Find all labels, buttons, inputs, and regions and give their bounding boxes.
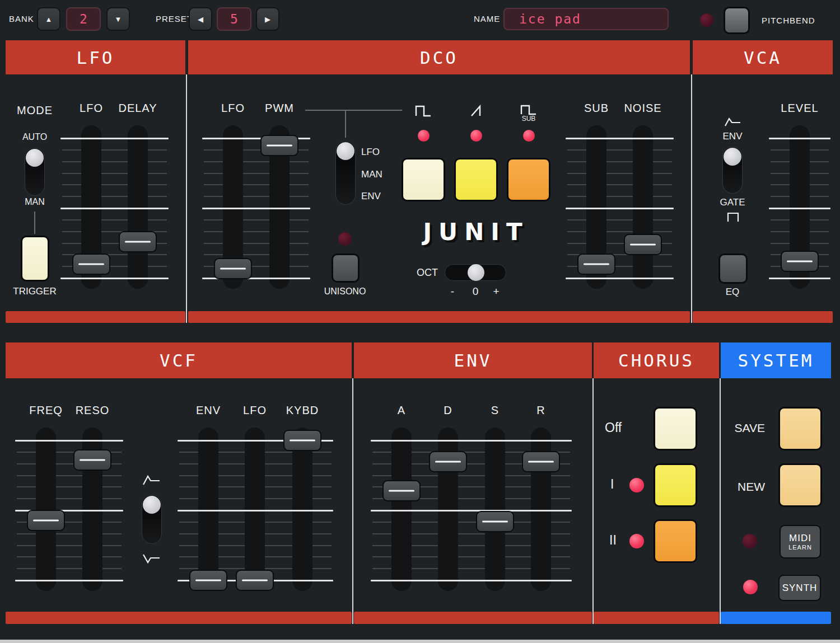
slider-handle[interactable] [72, 254, 110, 275]
slider-label: DELAY [107, 102, 169, 115]
lfo-mode-auto-label: AUTO [7, 132, 63, 142]
slider-handle[interactable] [781, 251, 819, 272]
synth-led [743, 580, 758, 594]
chorus-section-footer [594, 612, 719, 624]
slider-tick [612, 208, 674, 209]
slider-tick [769, 208, 830, 209]
slider-tick [107, 208, 169, 209]
vca-mode-gate-label: GATE [704, 197, 760, 208]
lfo-section-footer [6, 311, 185, 323]
chorus-1-button[interactable] [654, 463, 697, 507]
lfo-section-header: LFO [6, 40, 185, 74]
vcf-env-polarity-toggle[interactable] [142, 495, 162, 544]
preset-next-button[interactable]: ▶ [256, 7, 279, 31]
slider-handle[interactable] [429, 451, 467, 472]
slider-tick [612, 138, 674, 139]
midi-learn-led [743, 534, 757, 548]
preset-value: 5 [217, 7, 251, 31]
save-button[interactable] [778, 407, 822, 450]
slider-tick [272, 580, 333, 581]
slider-handle[interactable] [624, 234, 662, 255]
slider-handle[interactable] [189, 570, 227, 591]
envelope-negative-icon [142, 553, 161, 564]
lfo-delay-slider[interactable]: DELAY [107, 122, 169, 292]
dco-noise-slider[interactable]: NOISE [612, 122, 674, 292]
slider-handle[interactable] [476, 511, 514, 532]
pulse-wave-button[interactable] [402, 158, 445, 201]
chorus-2-button[interactable] [654, 519, 697, 563]
midi-learn-button-line2: LEARN [788, 544, 812, 551]
slider-handle[interactable] [283, 430, 321, 451]
sub-wave-led [523, 130, 535, 142]
midi-learn-button[interactable]: MIDI LEARN [780, 525, 821, 558]
slider-label: NOISE [612, 102, 674, 115]
unisono-button[interactable] [332, 254, 360, 283]
envelope-positive-icon [142, 475, 161, 486]
slider-label: RESO [62, 404, 123, 417]
lfo-mode-label: MODE [7, 104, 63, 117]
pwm-mode-selector[interactable] [335, 141, 356, 205]
slider-handle[interactable] [577, 254, 615, 275]
oct-plus-label: + [491, 285, 502, 298]
synth-button-label: SYNTH [782, 583, 818, 594]
slider-handle[interactable] [522, 451, 560, 472]
lfo-trigger-button[interactable] [21, 236, 49, 281]
slider-handle[interactable] [119, 231, 157, 252]
bank-down-button[interactable]: ▼ [106, 7, 130, 31]
vcf-section-header: VCF [6, 342, 352, 378]
env-release-slider[interactable]: R [510, 424, 572, 594]
oct-zero-label: 0 [470, 285, 481, 298]
junit-logo: JUNIT [392, 218, 560, 246]
oct-minus-label: - [447, 285, 458, 298]
chorus-1-label: I [610, 477, 627, 492]
vca-mode-env-label: ENV [704, 131, 760, 142]
slider-handle[interactable] [27, 510, 65, 531]
pulse-wave-led [418, 130, 430, 142]
chorus-section-header: CHORUS [594, 342, 719, 378]
bank-up-button[interactable]: ▲ [37, 7, 60, 31]
vcf-section-footer [6, 612, 352, 624]
dco-pwm-slider[interactable]: PWM [249, 122, 310, 292]
envelope-icon [724, 117, 742, 127]
toggle-knob[interactable] [724, 148, 741, 166]
bank-value: 2 [66, 7, 101, 31]
new-button[interactable] [778, 463, 822, 507]
vcf-reso-slider[interactable]: RESO [62, 424, 123, 594]
toggle-knob[interactable] [26, 149, 44, 167]
synth-button[interactable]: SYNTH [778, 575, 821, 601]
vcf-kybd-slider[interactable]: KYBD [272, 424, 333, 594]
lfo-mode-man-label: MAN [7, 197, 63, 207]
slider-handle[interactable] [382, 480, 421, 501]
eq-button[interactable] [718, 254, 748, 284]
slider-handle[interactable] [260, 135, 298, 156]
vca-section-header: VCA [693, 40, 833, 74]
saw-wave-led [470, 130, 482, 142]
save-label: SAVE [728, 421, 765, 435]
pitchbend-button[interactable] [724, 7, 750, 34]
slider-handle[interactable] [214, 258, 252, 279]
pwm-mode-option-env: ENV [361, 191, 395, 202]
slider-handle[interactable] [236, 570, 274, 591]
slider-tick [62, 580, 123, 581]
oct-slider-knob[interactable] [468, 264, 484, 281]
oct-slider[interactable] [445, 264, 506, 281]
gate-icon [726, 211, 740, 223]
patch-name-input[interactable]: ice pad [503, 8, 669, 30]
slider-label: R [510, 404, 572, 417]
bank-label: BANK [9, 14, 34, 24]
saw-wave-button[interactable] [454, 158, 498, 201]
env-section-footer [354, 612, 592, 624]
vca-level-slider[interactable]: LEVEL [769, 122, 830, 292]
chorus-off-button[interactable] [654, 407, 697, 450]
vca-mode-toggle[interactable] [722, 147, 743, 194]
unisono-label: UNISONO [317, 287, 373, 297]
pulse-wave-icon [414, 104, 432, 118]
toggle-knob[interactable] [337, 142, 354, 160]
eq-label: EQ [704, 287, 760, 298]
sub-wave-button[interactable] [507, 158, 550, 201]
preset-prev-button[interactable]: ◀ [189, 7, 212, 31]
lfo-mode-toggle[interactable] [25, 148, 45, 196]
slider-handle[interactable] [73, 449, 111, 471]
chorus-2-label: II [609, 533, 626, 548]
toggle-knob[interactable] [143, 496, 161, 514]
